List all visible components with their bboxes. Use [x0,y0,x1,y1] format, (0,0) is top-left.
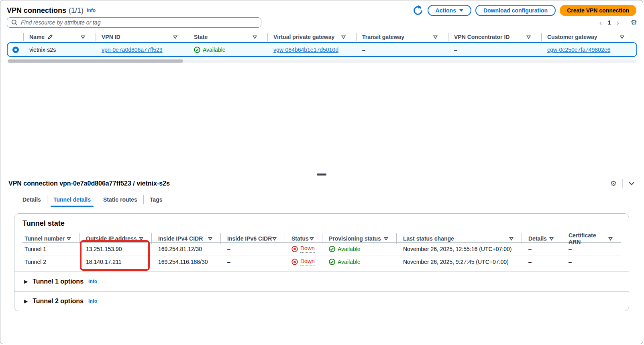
row-radio-selected[interactable] [12,47,19,53]
download-configuration-button[interactable]: Download configuration [475,5,556,16]
info-link[interactable]: Info [87,8,96,13]
tunnel-state-card: Tunnel state Tunnel number Outside IP ad… [14,213,629,311]
expander-arrow-icon: ▶ [24,298,28,304]
tab-tags[interactable]: Tags [144,193,169,206]
filter-caret-icon[interactable] [549,237,554,241]
filter-caret-icon[interactable] [509,237,514,241]
provisioning-status-badge: Available [329,246,361,252]
column-header-details[interactable]: Details [522,232,562,245]
table-settings-gear-icon[interactable]: ⚙ [631,19,637,26]
filter-caret-icon[interactable] [272,237,277,241]
column-header-state[interactable]: State [188,32,267,42]
filter-caret-icon[interactable] [526,35,531,39]
chevron-down-icon [459,9,463,12]
tab-static-routes[interactable]: Static routes [97,193,143,206]
vpn-id-link[interactable]: vpn-0e7a0d806a77ff523 [102,47,163,53]
error-circle-icon [291,246,298,252]
column-header-provisioning-status[interactable]: Provisioning status [322,232,396,245]
cell-transit-gateway: – [356,43,448,56]
cell-inside-ipv4: 169.254.116.188/30 [151,255,220,268]
column-stub [635,32,643,42]
collapse-panel-chevron-icon[interactable] [628,181,635,186]
check-circle-icon [194,47,200,53]
refresh-button[interactable] [412,5,424,16]
horizontal-scrollbar-thumb[interactable] [8,59,183,63]
tunnel-table-header: Tunnel number Outside IP address Inside … [22,232,621,243]
tab-tunnel-details[interactable]: Tunnel details [47,193,97,206]
filter-caret-icon[interactable] [620,35,624,39]
column-header-inside-ipv6-cidr[interactable]: Inside IPv6 CIDR [220,232,285,245]
search-input[interactable] [21,19,257,26]
check-circle-icon [329,246,335,252]
edit-pencil-icon [47,34,53,40]
vpn-table-header: Name VPN ID State Virtual private gatewa… [7,32,643,42]
table-row[interactable]: vietnix-s2s vpn-0e7a0d806a77ff523 Availa… [7,42,637,57]
horizontal-scrollbar[interactable] [8,59,636,63]
column-header-inside-ipv4-cidr[interactable]: Inside IPv4 CIDR [151,232,220,245]
cell-tunnel-number: Tunnel 2 [22,255,79,268]
search-icon [11,19,18,26]
panel-title: VPN connection vpn-0e7a0d806a77ff523 / v… [8,180,170,187]
filter-caret-icon[interactable] [208,237,212,241]
page-header: VPN connections (1/1) Info Actions Downl… [7,4,636,16]
tunnel-1-options-expander[interactable]: ▶ Tunnel 1 options Info [14,272,629,291]
column-header-transit-gateway[interactable]: Transit gateway [356,32,448,42]
panel-tabs: Details Tunnel details Static routes Tag… [16,193,643,206]
cell-certificate-arn: – [562,255,621,268]
resource-search[interactable] [7,17,261,28]
filter-caret-icon[interactable] [81,35,85,39]
cell-vpn-concentrator-id: – [448,43,541,56]
prev-page-button[interactable]: ‹ [599,18,602,27]
column-header-last-status-change[interactable]: Last status change [396,232,522,245]
column-header-vpn-id[interactable]: VPN ID [96,32,188,42]
virtual-private-gateway-link[interactable]: vgw-084b64b1e17d5010d [273,47,338,53]
tunnel-state-title: Tunnel state [22,218,621,228]
detail-panel: VPN connection vpn-0e7a0d806a77ff523 / v… [0,172,643,344]
panel-drag-handle[interactable] [317,174,326,176]
column-header-outside-ip[interactable]: Outside IP address [79,232,151,245]
tunnel-2-options-expander[interactable]: ▶ Tunnel 2 options Info [14,291,629,311]
cell-inside-ipv6: – [220,255,285,268]
cell-last-status-change: November 26, 2025, 9:27:45 (UTC+07:00) [396,255,522,268]
tunnel-status-badge[interactable]: Down [291,245,315,253]
provisioning-status-badge: Available [329,259,361,265]
current-page[interactable]: 1 [607,19,611,26]
tunnel-status-badge[interactable]: Down [291,258,315,265]
error-circle-icon [291,259,298,265]
info-link[interactable]: Info [88,298,97,304]
info-link[interactable]: Info [88,279,97,284]
column-header-certificate-arn[interactable]: Certificate ARN [562,232,621,245]
page-title: VPN connections [7,6,66,15]
filter-caret-icon[interactable] [608,237,613,241]
cell-outside-ip: 18.140.17.211 [79,255,151,268]
filter-caret-icon[interactable] [139,237,143,241]
customer-gateway-link[interactable]: cgw-0c250e7fa749802e6 [547,47,610,53]
filter-caret-icon[interactable] [384,237,388,241]
column-header-virtual-private-gateway[interactable]: Virtual private gateway [267,32,356,42]
next-page-button[interactable]: › [616,18,619,27]
column-header-status[interactable]: Status [285,232,322,245]
divider [622,179,623,188]
filter-caret-icon[interactable] [67,237,71,241]
column-header-customer-gateway[interactable]: Customer gateway [541,32,635,42]
filter-caret-icon[interactable] [310,237,314,241]
tab-details[interactable]: Details [16,193,47,206]
column-header-name[interactable]: Name [23,32,96,42]
filter-caret-icon[interactable] [173,35,177,39]
divider [625,18,625,27]
resource-count: (1/1) [69,6,84,15]
state-status-badge: Available [194,47,226,53]
filter-caret-icon[interactable] [253,35,257,39]
filter-caret-icon[interactable] [341,35,346,39]
refresh-icon [412,5,424,16]
pagination: ‹ 1 › ⚙ [599,18,637,27]
filter-caret-icon[interactable] [433,35,438,39]
expander-arrow-icon: ▶ [24,279,28,284]
column-header-tunnel-number[interactable]: Tunnel number [22,232,79,245]
actions-button[interactable]: Actions [428,5,471,16]
create-vpn-connection-button[interactable]: Create VPN connection [560,5,636,16]
cell-details: – [522,255,562,268]
column-header-vpn-concentrator-id[interactable]: VPN Concentrator ID [448,32,541,42]
panel-settings-gear-icon[interactable]: ⚙ [610,180,617,187]
check-circle-icon [329,259,335,265]
